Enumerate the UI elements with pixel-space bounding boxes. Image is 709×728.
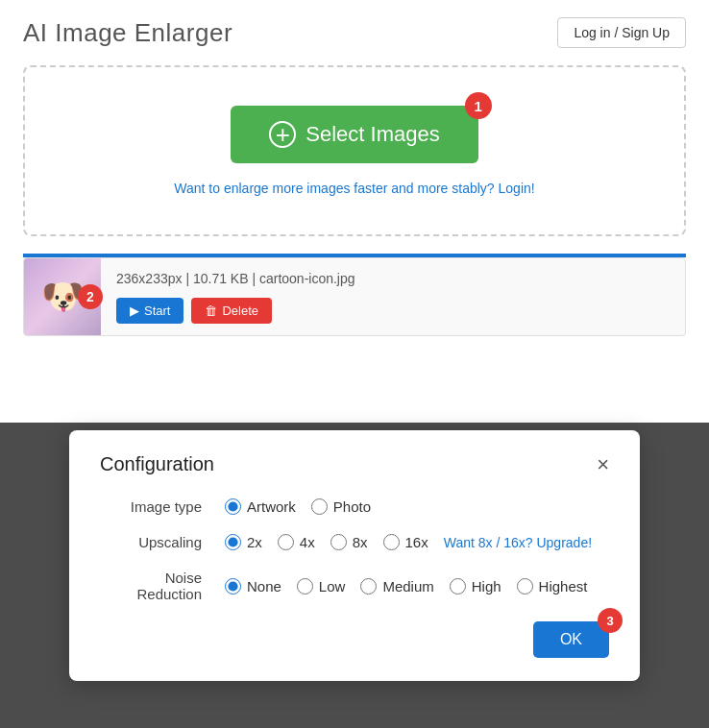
file-list: 🐶 2 236x233px | 10.71 KB | cartoon-icon.…	[23, 254, 686, 336]
file-item: 🐶 2 236x233px | 10.71 KB | cartoon-icon.…	[23, 257, 686, 336]
noise-low[interactable]: Low	[297, 578, 346, 595]
start-button[interactable]: ▶ Start	[116, 298, 183, 324]
image-type-row: Image type Artwork Photo	[100, 498, 609, 515]
upscaling-row: Upscaling 2x 4x 8x 16x Want 8x / 16x? Up…	[100, 534, 609, 550]
delete-icon: 🗑	[205, 303, 217, 318]
file-details: 236x233px | 10.71 KB | cartoon-icon.jpg	[116, 271, 670, 286]
file-info: 236x233px | 10.71 KB | cartoon-icon.jpg …	[101, 261, 685, 333]
image-type-photo[interactable]: Photo	[311, 498, 371, 515]
image-type-artwork[interactable]: Artwork	[225, 498, 296, 515]
login-button[interactable]: Log in / Sign Up	[557, 17, 686, 48]
noise-high-radio[interactable]	[450, 578, 466, 595]
upscaling-options: 2x 4x 8x 16x Want 8x / 16x? Upgrade!	[225, 534, 592, 550]
4x-label: 4x	[300, 534, 315, 550]
login-prompt[interactable]: Want to enlarge more images faster and m…	[174, 181, 534, 196]
noise-none[interactable]: None	[225, 578, 281, 595]
image-type-artwork-radio[interactable]	[225, 498, 241, 515]
upscaling-8x[interactable]: 8x	[330, 534, 368, 550]
ok-label: OK	[560, 631, 582, 647]
upscaling-2x-radio[interactable]	[225, 534, 241, 550]
plus-icon: +	[269, 121, 296, 148]
start-label: Start	[144, 303, 170, 318]
delete-label: Delete	[222, 303, 258, 318]
noise-highest[interactable]: Highest	[517, 578, 588, 595]
upgrade-link[interactable]: Want 8x / 16x? Upgrade!	[444, 535, 592, 550]
8x-label: 8x	[353, 534, 368, 550]
upscaling-16x[interactable]: 16x	[383, 534, 428, 550]
upscaling-4x-radio[interactable]	[278, 534, 294, 550]
noise-none-radio[interactable]	[225, 578, 241, 595]
image-type-photo-radio[interactable]	[311, 498, 328, 515]
photo-label: Photo	[333, 498, 371, 515]
noise-low-radio[interactable]	[297, 578, 313, 595]
file-actions: ▶ Start 🗑 Delete	[116, 298, 670, 324]
delete-button[interactable]: 🗑 Delete	[191, 298, 272, 324]
upscaling-4x[interactable]: 4x	[278, 534, 315, 550]
header: AI Image Enlarger Log in / Sign Up	[0, 0, 709, 65]
noise-medium[interactable]: Medium	[360, 578, 433, 595]
dropzone: + Select Images 1 Want to enlarge more i…	[23, 65, 686, 236]
noise-reduction-row: Noise Reduction None Low Medium High Hig…	[100, 570, 609, 602]
file-item-top: 🐶 2 236x233px | 10.71 KB | cartoon-icon.…	[24, 258, 685, 335]
upscaling-label: Upscaling	[100, 534, 225, 550]
medium-label: Medium	[382, 578, 433, 595]
ok-button[interactable]: OK 3	[533, 621, 609, 658]
noise-reduction-options: None Low Medium High Highest	[225, 578, 587, 595]
artwork-label: Artwork	[247, 498, 296, 515]
start-icon: ▶	[130, 303, 139, 318]
16x-label: 16x	[405, 534, 428, 550]
upscaling-16x-radio[interactable]	[383, 534, 400, 550]
image-type-label: Image type	[100, 498, 225, 515]
configuration-modal: Configuration × Image type Artwork Photo…	[69, 430, 640, 681]
modal-close-button[interactable]: ×	[597, 454, 609, 475]
ok-badge: 3	[598, 608, 623, 633]
noise-medium-radio[interactable]	[360, 578, 377, 595]
select-images-badge: 1	[465, 92, 492, 119]
none-label: None	[247, 578, 281, 595]
select-images-label: Select Images	[306, 122, 439, 147]
modal-title: Configuration	[100, 453, 214, 475]
modal-footer: OK 3	[100, 621, 609, 658]
select-images-button[interactable]: + Select Images 1	[231, 106, 477, 163]
high-label: High	[472, 578, 501, 595]
low-label: Low	[319, 578, 346, 595]
noise-high[interactable]: High	[450, 578, 501, 595]
image-type-options: Artwork Photo	[225, 498, 371, 515]
upscaling-2x[interactable]: 2x	[225, 534, 262, 550]
file-badge: 2	[78, 284, 103, 309]
modal-header: Configuration ×	[100, 453, 609, 475]
2x-label: 2x	[247, 534, 262, 550]
highest-label: Highest	[539, 578, 588, 595]
noise-reduction-label: Noise Reduction	[100, 570, 225, 602]
app-title: AI Image Enlarger	[23, 18, 232, 48]
upscaling-8x-radio[interactable]	[330, 534, 347, 550]
noise-highest-radio[interactable]	[517, 578, 533, 595]
